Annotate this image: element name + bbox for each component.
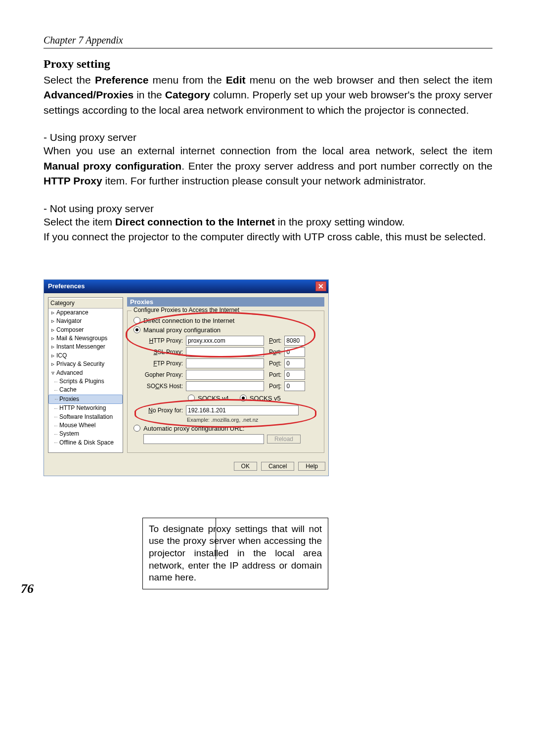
using-proxy-paragraph: When you use an external internet connec… bbox=[44, 143, 492, 188]
ftp-proxy-label: FTP Proxy: bbox=[143, 360, 183, 367]
ssl-proxy-label: SSL Proxy: bbox=[143, 349, 183, 356]
window-title: Preferences bbox=[48, 282, 85, 290]
radio-socks5[interactable]: SOCKS v5 bbox=[239, 395, 281, 402]
tree-system[interactable]: System bbox=[48, 430, 123, 438]
reload-button[interactable]: Reload bbox=[267, 435, 301, 444]
radio-icon[interactable] bbox=[240, 395, 247, 401]
gopher-proxy-row: Gopher Proxy: Port: bbox=[133, 370, 319, 380]
callout-box: To designate proxy settings that will no… bbox=[142, 518, 328, 589]
tree-softinst[interactable]: Software Installation bbox=[48, 413, 123, 421]
noproxy-input[interactable] bbox=[186, 405, 299, 415]
dialog-buttons: OK Cancel Help bbox=[44, 457, 328, 476]
auto-url-row: Reload bbox=[133, 434, 319, 444]
category-header: Category bbox=[48, 299, 123, 309]
gopher-port-input[interactable] bbox=[284, 370, 305, 380]
callout: To designate proxy settings that will no… bbox=[98, 518, 492, 589]
page-number: 76 bbox=[21, 581, 34, 596]
ssl-proxy-row: SSL Proxy: Port: bbox=[133, 347, 319, 357]
radio-socks4[interactable]: SOCKS v4 bbox=[187, 395, 229, 402]
proxies-panel: Proxies Configure Proxies to Access the … bbox=[127, 297, 324, 453]
radio-icon[interactable] bbox=[134, 317, 140, 324]
groupbox-title: Configure Proxies to Access the Internet bbox=[132, 307, 241, 313]
tree-offline[interactable]: Offline & Disk Space bbox=[48, 439, 123, 447]
section-title: Proxy setting bbox=[44, 57, 492, 71]
port-label: Port: bbox=[269, 383, 281, 390]
radio-auto[interactable]: Automatic proxy configuration URL: bbox=[133, 425, 319, 432]
cancel-button[interactable]: Cancel bbox=[261, 462, 294, 471]
tree-proxies[interactable]: Proxies bbox=[48, 395, 123, 404]
tree-icq[interactable]: ▹ICQ bbox=[48, 352, 123, 360]
socks-port-input[interactable] bbox=[284, 381, 305, 391]
socks-label: SOCKS Host: bbox=[143, 383, 183, 390]
gopher-proxy-label: Gopher Proxy: bbox=[143, 371, 183, 378]
tree-composer[interactable]: ▹Composer bbox=[48, 326, 123, 334]
ssl-port-input[interactable] bbox=[284, 347, 305, 357]
panel-title: Proxies bbox=[127, 297, 324, 307]
tree-mouse[interactable]: Mouse Wheel bbox=[48, 421, 123, 430]
tree-scripts[interactable]: Scripts & Plugins bbox=[48, 377, 123, 386]
chapter-header: Chapter 7 Appendix bbox=[44, 35, 492, 46]
not-using-p2: If you connect the projector to the comp… bbox=[44, 229, 492, 244]
noproxy-row: No Proxy for: bbox=[133, 405, 319, 415]
titlebar[interactable]: Preferences ✕ bbox=[44, 280, 328, 293]
radio-icon[interactable] bbox=[134, 326, 140, 333]
http-proxy-input[interactable] bbox=[186, 336, 264, 346]
radio-direct[interactable]: Direct connection to the Internet bbox=[133, 317, 319, 324]
socks-host-input[interactable] bbox=[186, 381, 264, 391]
port-label: Port: bbox=[269, 337, 281, 344]
using-proxy-head: - Using proxy server bbox=[44, 132, 492, 143]
port-label: Port: bbox=[269, 360, 281, 367]
tree-appearance[interactable]: ▹Appearance bbox=[48, 309, 123, 317]
ftp-proxy-row: FTP Proxy: Port: bbox=[133, 358, 319, 368]
tree-httpnet[interactable]: HTTP Networking bbox=[48, 404, 123, 412]
intro-paragraph: Select the Preference menu from the Edit… bbox=[44, 73, 492, 118]
port-label: Port: bbox=[269, 371, 281, 378]
example-text: Example: .mozilla.org, .net.nz bbox=[133, 417, 319, 423]
socks-host-row: SOCKS Host: Port: bbox=[133, 381, 319, 391]
tree-advanced[interactable]: ▿Advanced bbox=[48, 369, 123, 377]
radio-icon[interactable] bbox=[134, 425, 140, 432]
port-label: Port: bbox=[269, 349, 281, 356]
ssl-proxy-input[interactable] bbox=[186, 347, 264, 357]
preferences-window: Preferences ✕ Category ▹Appearance ▹Navi… bbox=[44, 279, 329, 476]
ok-button[interactable]: OK bbox=[234, 462, 257, 471]
tree-im[interactable]: ▹Instant Messenger bbox=[48, 343, 123, 351]
radio-manual[interactable]: Manual proxy configuration bbox=[133, 326, 319, 334]
help-button[interactable]: Help bbox=[298, 462, 325, 471]
header-rule bbox=[44, 48, 492, 48]
tree-navigator[interactable]: ▹Navigator bbox=[48, 317, 123, 325]
not-using-p1: Select the item Direct connection to the… bbox=[44, 215, 492, 229]
http-proxy-row: HTTP Proxy: Port: bbox=[133, 336, 319, 346]
tree-mail[interactable]: ▹Mail & Newsgroups bbox=[48, 334, 123, 343]
auto-url-input[interactable] bbox=[143, 434, 264, 444]
http-proxy-label: HTTP Proxy: bbox=[143, 337, 183, 344]
callout-line bbox=[216, 518, 216, 559]
ftp-port-input[interactable] bbox=[284, 358, 305, 368]
noproxy-label: No Proxy for: bbox=[143, 407, 183, 414]
tree-privacy[interactable]: ▹Privacy & Security bbox=[48, 360, 123, 368]
tree-cache[interactable]: Cache bbox=[48, 386, 123, 394]
ftp-proxy-input[interactable] bbox=[186, 358, 264, 368]
not-using-head: - Not using proxy server bbox=[44, 203, 492, 215]
category-tree[interactable]: Category ▹Appearance ▹Navigator ▹Compose… bbox=[48, 297, 123, 453]
radio-icon[interactable] bbox=[188, 395, 195, 401]
proxy-groupbox: Configure Proxies to Access the Internet… bbox=[127, 311, 324, 453]
close-icon[interactable]: ✕ bbox=[315, 281, 326, 291]
gopher-proxy-input[interactable] bbox=[186, 370, 264, 380]
http-port-input[interactable] bbox=[284, 336, 305, 346]
socks-version-row: SOCKS v4 SOCKS v5 bbox=[133, 393, 319, 404]
